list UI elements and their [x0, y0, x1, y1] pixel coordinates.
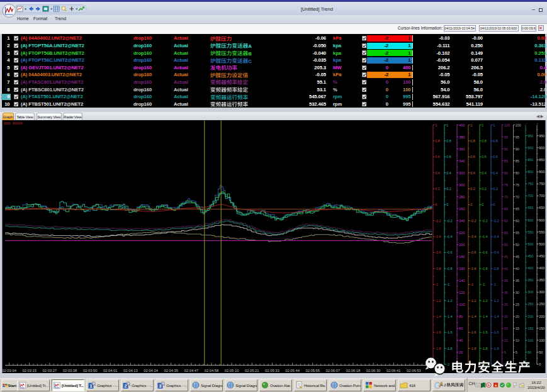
- svg-text:10: 10: [516, 339, 519, 342]
- svg-text:-1.4: -1.4: [470, 315, 476, 318]
- svg-text:500: 500: [539, 242, 544, 246]
- svg-text:950: 950: [527, 134, 533, 138]
- svg-text:60: 60: [459, 327, 463, 330]
- svg-text:950: 950: [539, 134, 544, 138]
- svg-text:200: 200: [459, 243, 465, 247]
- svg-text:200: 200: [527, 315, 533, 318]
- svg-text:-1.8: -1.8: [435, 347, 441, 350]
- svg-text:02:05:55: 02:05:55: [305, 369, 320, 372]
- svg-text:300: 300: [527, 290, 533, 294]
- svg-text:-1: -1: [446, 283, 449, 286]
- svg-text:02:06:41: 02:06:41: [386, 369, 401, 372]
- svg-text:02:06:30: 02:06:30: [366, 369, 381, 372]
- svg-text:02:04:24: 02:04:24: [144, 369, 158, 372]
- svg-text:800: 800: [527, 170, 533, 174]
- svg-text:350: 350: [527, 278, 533, 282]
- svg-text:10: 10: [504, 339, 508, 342]
- svg-text:-0.8: -0.8: [482, 267, 487, 271]
- svg-text:-1.6: -1.6: [470, 330, 476, 334]
- svg-text:75: 75: [504, 183, 508, 187]
- svg-text:55: 55: [504, 231, 508, 235]
- svg-text:80: 80: [504, 171, 508, 175]
- svg-text:-1.8: -1.8: [470, 347, 476, 350]
- svg-text:1: 1: [470, 123, 472, 127]
- svg-text:300: 300: [539, 290, 544, 294]
- svg-text:0: 0: [446, 203, 448, 206]
- svg-text:35: 35: [504, 279, 508, 283]
- svg-text:-1.6: -1.6: [446, 330, 452, 334]
- svg-text:0.6: 0.6: [493, 155, 498, 159]
- svg-text:-1.8: -1.8: [493, 347, 499, 350]
- svg-text:-1.6: -1.6: [493, 330, 499, 334]
- svg-text:90: 90: [516, 147, 519, 151]
- svg-text:-0.4: -0.4: [470, 235, 476, 238]
- svg-text:800: 800: [539, 170, 544, 174]
- svg-text:20: 20: [459, 350, 463, 354]
- svg-text:1: 1: [435, 123, 437, 127]
- svg-text:0: 0: [482, 203, 483, 206]
- svg-text:1: 1: [493, 123, 495, 127]
- svg-text:450: 450: [527, 254, 533, 258]
- svg-text:-1.2: -1.2: [470, 299, 476, 303]
- svg-text:-0.8: -0.8: [470, 267, 476, 271]
- svg-text:A: A: [248, 43, 252, 49]
- svg-text:0.8: 0.8: [493, 139, 498, 143]
- svg-text:90: 90: [504, 147, 508, 151]
- svg-text:50: 50: [527, 350, 531, 354]
- svg-text:-0.2: -0.2: [482, 219, 487, 223]
- svg-text:70: 70: [504, 195, 508, 199]
- svg-text:02:03:38: 02:03:38: [63, 369, 77, 372]
- svg-text:B: B: [248, 51, 252, 57]
- svg-text:65: 65: [504, 207, 508, 211]
- svg-text:5: 5: [504, 350, 506, 354]
- svg-text:0.2: 0.2: [446, 187, 451, 191]
- svg-text:-1.4: -1.4: [482, 315, 487, 318]
- svg-text:-0.8: -0.8: [446, 267, 452, 271]
- svg-text:-1: -1: [470, 283, 473, 286]
- svg-text:-0.4: -0.4: [435, 235, 441, 238]
- svg-text:850: 850: [539, 158, 544, 162]
- svg-text:-0.8: -0.8: [435, 267, 441, 271]
- svg-text:-0.4: -0.4: [482, 235, 487, 238]
- svg-text:02:06:18: 02:06:18: [346, 369, 361, 372]
- svg-text:-1.8: -1.8: [482, 347, 487, 350]
- svg-text:-0.8: -0.8: [493, 267, 499, 271]
- svg-text:15: 15: [504, 327, 508, 330]
- svg-text:250: 250: [527, 302, 533, 306]
- svg-text:-0.4: -0.4: [493, 235, 499, 238]
- svg-text:340: 340: [459, 159, 465, 163]
- svg-text:100: 100: [527, 339, 533, 342]
- svg-text:60: 60: [504, 219, 508, 223]
- svg-text:-1: -1: [482, 283, 485, 286]
- svg-text:02:05:21: 02:05:21: [245, 369, 259, 372]
- svg-text:02:03:15: 02:03:15: [22, 369, 37, 372]
- svg-text:02:04:58: 02:04:58: [205, 369, 219, 372]
- svg-text:-1.4: -1.4: [446, 315, 452, 318]
- svg-text:360: 360: [459, 147, 465, 151]
- svg-text:02:03:50: 02:03:50: [83, 369, 98, 372]
- svg-text:80: 80: [516, 171, 519, 175]
- svg-text:550: 550: [527, 230, 533, 234]
- svg-text:0.2: 0.2: [493, 187, 498, 191]
- svg-text:700: 700: [539, 194, 544, 198]
- svg-text:0.4: 0.4: [435, 171, 440, 175]
- svg-text:0.4: 0.4: [446, 171, 451, 175]
- svg-text:02:03:27: 02:03:27: [43, 369, 57, 372]
- svg-text:02:06:53: 02:06:53: [407, 369, 421, 372]
- svg-text:-1.8: -1.8: [446, 347, 452, 350]
- svg-text:70: 70: [516, 195, 519, 199]
- svg-text:55: 55: [516, 231, 519, 235]
- svg-text:5: 5: [516, 350, 517, 354]
- svg-text:280: 280: [459, 195, 465, 199]
- svg-text:85: 85: [516, 159, 519, 163]
- svg-text:-0.4: -0.4: [446, 235, 452, 238]
- svg-text:450: 450: [539, 254, 544, 258]
- svg-text:150: 150: [527, 327, 533, 330]
- svg-text:-1.2: -1.2: [435, 299, 441, 303]
- svg-text:400: 400: [539, 266, 544, 270]
- svg-text:50: 50: [539, 350, 543, 354]
- svg-text:45: 45: [516, 255, 519, 259]
- svg-text:25: 25: [516, 303, 519, 306]
- svg-text:0.6: 0.6: [446, 155, 451, 159]
- svg-text:160: 160: [459, 267, 465, 271]
